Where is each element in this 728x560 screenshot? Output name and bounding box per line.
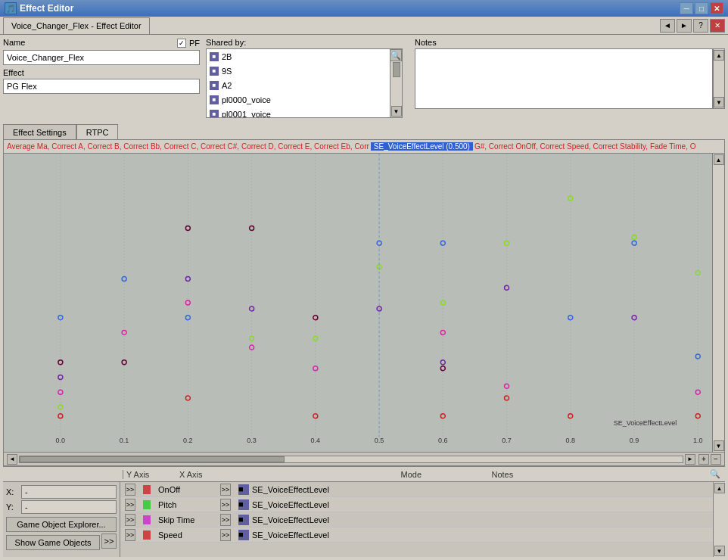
back-btn[interactable]: ◄ (660, 19, 675, 33)
rtpc-x-btn-1[interactable]: >> (220, 484, 231, 496)
graph-header: Average Ma, Correct A, Correct B, Correc… (4, 140, 724, 154)
list-item[interactable]: ■ pl0000_voice (207, 92, 390, 107)
game-object-explorer-btn[interactable]: Game Object Explorer... (6, 517, 117, 532)
rtpc-row: >> Speed >> ■ SE_VoiceEffectLevel (120, 527, 713, 543)
minimize-btn[interactable]: ─ (680, 2, 693, 14)
rtpc-yaxis-1[interactable]: OnOff (155, 485, 216, 494)
shared-item-icon: ■ (210, 81, 219, 90)
rtpc-x-btn-4[interactable]: >> (220, 529, 231, 541)
scrollbar-thumb[interactable] (393, 62, 400, 77)
list-item[interactable]: ■ 9S (207, 64, 390, 78)
tab-effect-settings[interactable]: Effect Settings (3, 124, 76, 139)
name-effect-row: Name ✓ PF Voice_Changer_Flex Effect PG F… (3, 38, 725, 118)
window-title: Effect Editor (20, 3, 73, 14)
svg-text:0.5: 0.5 (375, 437, 384, 444)
notes-scroll-up[interactable]: ▲ (714, 50, 724, 61)
tab-close-btn[interactable]: ✕ (710, 19, 725, 33)
rtpc-x-btn-2[interactable]: >> (220, 499, 231, 511)
scroll-down-btn[interactable]: ▼ (391, 106, 402, 117)
pf-checkbox[interactable]: ✓ (177, 39, 186, 48)
list-item[interactable]: ■ A2 (207, 78, 390, 92)
rtpc-expand-btn-2[interactable]: >> (125, 499, 135, 511)
name-input[interactable]: Voice_Changer_Flex (3, 50, 200, 65)
rtpc-xaxis-1[interactable]: ■ SE_VoiceEffectLevel (235, 484, 429, 495)
notes-label: Notes (415, 38, 725, 47)
main-area: Name ✓ PF Voice_Changer_Flex Effect PG F… (0, 35, 728, 560)
graph-hscroll-left[interactable]: ◄ (7, 454, 17, 465)
close-btn[interactable]: ✕ (710, 2, 723, 14)
mode-header: Mode (398, 470, 489, 479)
tab-rtpc[interactable]: RTPC (76, 124, 119, 139)
rtpc-xicon-2: ■ (238, 499, 249, 510)
graph-hscroll-right[interactable]: ► (685, 454, 695, 465)
rtpc-color-cell-1 (140, 485, 155, 494)
rtpc-yaxis-2[interactable]: Pitch (155, 500, 216, 509)
shared-item-icon: ■ (210, 52, 219, 61)
svg-text:1.0: 1.0 (693, 437, 703, 444)
graph-canvas[interactable]: 0.0 0.1 0.2 0.3 0.4 0.5 0.6 0.7 0.8 0.9 … (4, 154, 724, 452)
rtpc-expand-btn-4[interactable]: >> (125, 529, 135, 541)
help-btn[interactable]: ? (693, 19, 708, 33)
pf-label: PF (189, 39, 200, 48)
svg-text:0.6: 0.6 (438, 437, 448, 444)
rtpc-xicon-3: ■ (238, 515, 249, 525)
maximize-btn[interactable]: □ (695, 2, 708, 14)
y-axis-header: Y Axis (123, 470, 176, 479)
rtpc-xaxis-2[interactable]: ■ SE_VoiceEffectLevel (235, 499, 429, 510)
zoom-plus-btn[interactable]: + (698, 454, 709, 465)
show-game-arrow-btn[interactable]: >> (101, 534, 117, 549)
coords-header (6, 470, 123, 479)
show-game-objects-btn[interactable]: Show Game Objects (6, 535, 100, 550)
rtpc-xicon-4: ■ (238, 530, 249, 540)
rtpc-table: >> OnOff >> ■ SE_VoiceEffectLevel (120, 482, 713, 557)
rtpc-xarrow-cell-1: >> (216, 484, 235, 496)
scrollbar-track (390, 61, 402, 106)
rtpc-expand-btn-3[interactable]: >> (125, 514, 135, 526)
rtpc-yaxis-4[interactable]: Speed (155, 530, 216, 540)
rtpc-x-btn-3[interactable]: >> (220, 514, 231, 526)
main-tab[interactable]: Voice_Changer_Flex - Effect Editor (3, 17, 150, 34)
svg-text:0.2: 0.2 (183, 437, 193, 444)
effect-input[interactable]: PG Flex (3, 79, 200, 94)
y-coord-label: Y: (6, 502, 21, 512)
bottom-column-headers: Y Axis X Axis Mode Notes 🔍 (3, 467, 725, 482)
name-label: Name (3, 38, 25, 47)
rtpc-xaxis-3[interactable]: ■ SE_VoiceEffectLevel (235, 515, 429, 525)
bottom-content: X: - Y: - Game Object Explorer... S (3, 482, 725, 557)
graph-svg: 0.0 0.1 0.2 0.3 0.4 0.5 0.6 0.7 0.8 0.9 … (4, 154, 712, 452)
name-section: Name ✓ PF Voice_Changer_Flex Effect PG F… (3, 38, 200, 94)
notes-scroll-track (714, 61, 724, 97)
search-icon-bottom[interactable]: 🔍 (710, 469, 722, 479)
svg-text:0.7: 0.7 (502, 437, 512, 444)
graph-zoom-controls: + − (698, 454, 721, 465)
graph-hscroll-track (19, 456, 683, 463)
forward-btn[interactable]: ► (677, 19, 692, 33)
top-tab-controls: ◄ ► ? ✕ (660, 19, 725, 33)
graph-bottom-bar: ◄ ► + − (4, 452, 724, 465)
notes-header: Notes (489, 470, 711, 479)
notes-scroll-down[interactable]: ▼ (714, 97, 724, 107)
svg-text:0.0: 0.0 (56, 437, 66, 444)
rtpc-color-cell-4 (140, 530, 155, 540)
shared-item-icon: ■ (210, 110, 219, 119)
graph-scroll-down[interactable]: ▼ (714, 440, 724, 451)
list-item[interactable]: ■ pl0001_voice (207, 107, 390, 118)
zoom-minus-btn[interactable]: − (711, 454, 721, 465)
table-scroll-down[interactable]: ▼ (714, 546, 725, 556)
shared-item-icon: ■ (210, 67, 219, 76)
tab-section: Effect Settings RTPC (3, 124, 725, 139)
rtpc-expand-btn-1[interactable]: >> (125, 484, 135, 496)
notes-textarea[interactable] (415, 48, 713, 109)
rtpc-xarrow-cell-4: >> (216, 529, 235, 541)
rtpc-yaxis-3[interactable]: Skip Time (155, 515, 216, 524)
table-scroll-up[interactable]: ▲ (714, 483, 725, 493)
graph-vscroll-track (713, 165, 724, 440)
list-item[interactable]: ■ 2B (207, 49, 390, 64)
graph-scroll-up[interactable]: ▲ (714, 154, 724, 165)
graph-hscroll-thumb[interactable] (20, 456, 285, 462)
search-btn[interactable]: 🔍 (390, 49, 402, 61)
svg-text:0.8: 0.8 (566, 437, 576, 444)
graph-right-scrollbar: ▲ ▼ (712, 154, 724, 452)
x-coord-label: X: (6, 487, 21, 496)
rtpc-xaxis-4[interactable]: ■ SE_VoiceEffectLevel (235, 530, 429, 540)
